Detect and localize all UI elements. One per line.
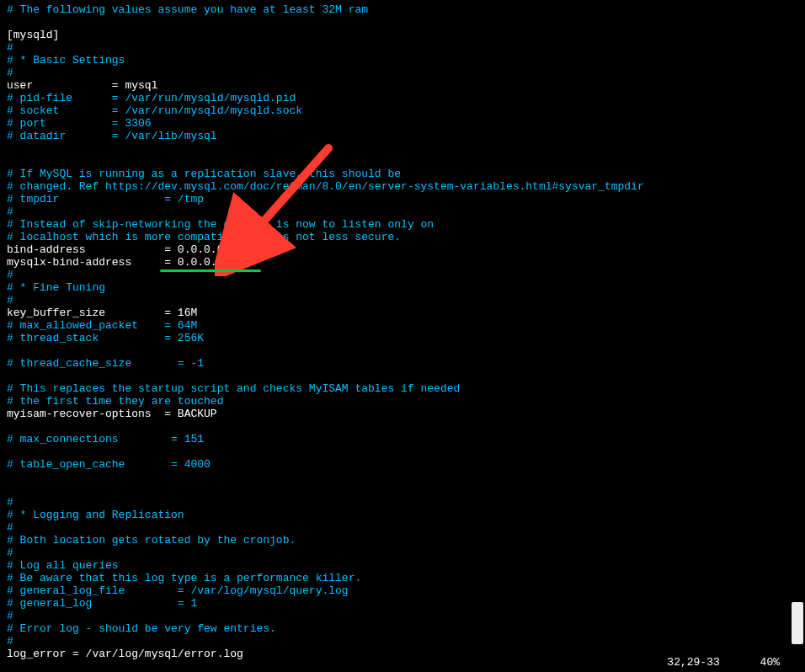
editor-line: # [7,41,798,54]
editor-line: [mysqld] [7,29,798,41]
editor-line: # max_connections = 151 [7,433,798,445]
editor-line [7,483,798,496]
editor-line [7,370,798,382]
editor-line [7,471,798,483]
editor-line: # general_log = 1 [7,597,798,610]
editor-line [7,142,798,155]
editor-line: key_buffer_size = 16M [7,307,798,319]
editor-line: # Be aware that this log type is a perfo… [7,572,798,584]
editor-line: # [7,269,798,281]
editor-line: # The following values assume you have a… [7,3,798,16]
editor-line: # general_log_file = /var/log/mysql/quer… [7,584,798,597]
editor-line: # [7,547,798,559]
editor-line: # socket = /var/run/mysqld/mysqld.sock [7,104,798,117]
editor-line: user = mysql [7,79,798,92]
editor-line: # This replaces the startup script and c… [7,382,798,395]
editor-line: # table_open_cache = 4000 [7,458,798,471]
editor-line: # thread_stack = 256K [7,332,798,344]
editor-line: # * Basic Settings [7,54,798,67]
editor-line: # Error log - should be very few entries… [7,622,798,635]
cursor-position: 32,29-33 [667,656,719,669]
editor-line: # thread_cache_size = -1 [7,357,798,370]
editor-line: # max_allowed_packet = 64M [7,319,798,332]
editor-line: # [7,294,798,307]
editor-line: # [7,205,798,218]
editor-line: # [7,635,798,648]
editor-line: # * Fine Tuning [7,281,798,294]
scrollbar-thumb[interactable] [792,602,803,644]
editor-line: # [7,521,798,534]
editor-line: # pid-file = /var/run/mysqld/mysqld.pid [7,92,798,104]
editor-line: # [7,610,798,622]
text-editor-viewport[interactable]: # The following values assume you have a… [0,0,805,664]
editor-line: # port = 3306 [7,117,798,130]
editor-line: # tmpdir = /tmp [7,193,798,205]
editor-line [7,344,798,357]
editor-line [7,445,798,458]
text-cursor: 0 [217,256,224,269]
editor-line [7,155,798,168]
editor-line: # * Logging and Replication [7,509,798,521]
editor-line: # [7,67,798,79]
editor-line [7,16,798,29]
vim-status-bar: 32,29-33 40% [667,656,780,669]
editor-line: # changed. Ref https://dev.mysql.com/doc… [7,180,798,193]
editor-line: # If MySQL is running as a replication s… [7,168,798,180]
editor-line: mysqlx-bind-address = 0.0.0.0 [7,256,798,269]
scroll-percent: 40% [760,656,780,669]
editor-line: # the first time they are touched [7,395,798,408]
editor-line: # Log all queries [7,559,798,572]
editor-line: # Both location gets rotated by the cron… [7,534,798,547]
editor-line: # [7,496,798,509]
editor-line: # localhost which is more compatible and… [7,231,798,243]
editor-line: bind-address = 0.0.0.0 [7,243,798,256]
editor-line: myisam-recover-options = BACKUP [7,408,798,420]
editor-line: # Instead of skip-networking the default… [7,218,798,231]
editor-line: # datadir = /var/lib/mysql [7,130,798,142]
editor-line [7,420,798,433]
